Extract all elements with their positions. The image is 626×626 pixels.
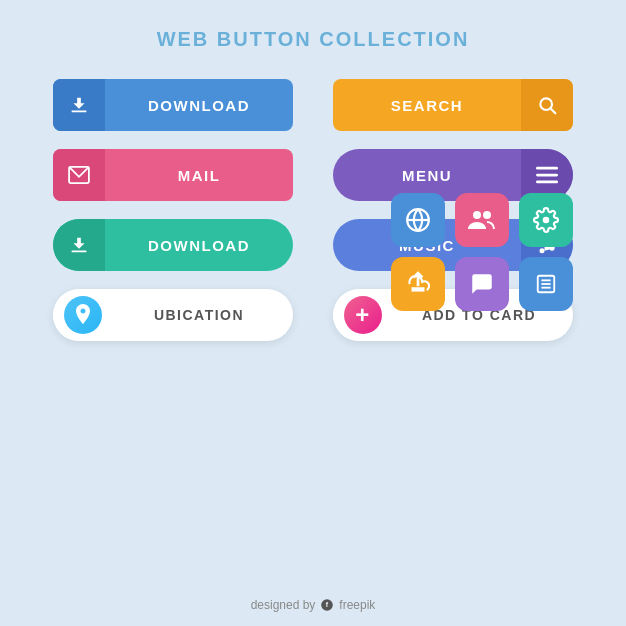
footer-brand: freepik	[339, 598, 375, 612]
download-blue-button[interactable]: DOWNLOAD	[53, 79, 293, 131]
svg-point-11	[483, 211, 491, 219]
chat-icon-button[interactable]	[455, 257, 509, 311]
gear-icon-button[interactable]	[519, 193, 573, 247]
globe-icon-button[interactable]	[391, 193, 445, 247]
mail-label: MAIL	[105, 167, 293, 184]
menu-label: MENU	[333, 167, 521, 184]
list-icon-button[interactable]	[519, 257, 573, 311]
search-button[interactable]: SEARCH	[333, 79, 573, 131]
upload-icon-button[interactable]	[391, 257, 445, 311]
svg-rect-4	[536, 174, 558, 177]
download-icon	[53, 79, 105, 131]
search-label: SEARCH	[333, 97, 521, 114]
download-blue-label: DOWNLOAD	[105, 97, 293, 114]
footer: designed by f freepik	[251, 598, 376, 626]
footer-text: designed by	[251, 598, 316, 612]
icon-squares-grid	[391, 193, 573, 311]
svg-line-1	[550, 108, 555, 113]
page-title: WEB BUTTON COLLECTION	[157, 28, 470, 51]
freepik-icon: f	[320, 598, 334, 612]
people-icon-button[interactable]	[455, 193, 509, 247]
svg-rect-5	[536, 181, 558, 184]
svg-point-10	[473, 211, 481, 219]
svg-rect-3	[536, 167, 558, 170]
search-icon	[521, 79, 573, 131]
